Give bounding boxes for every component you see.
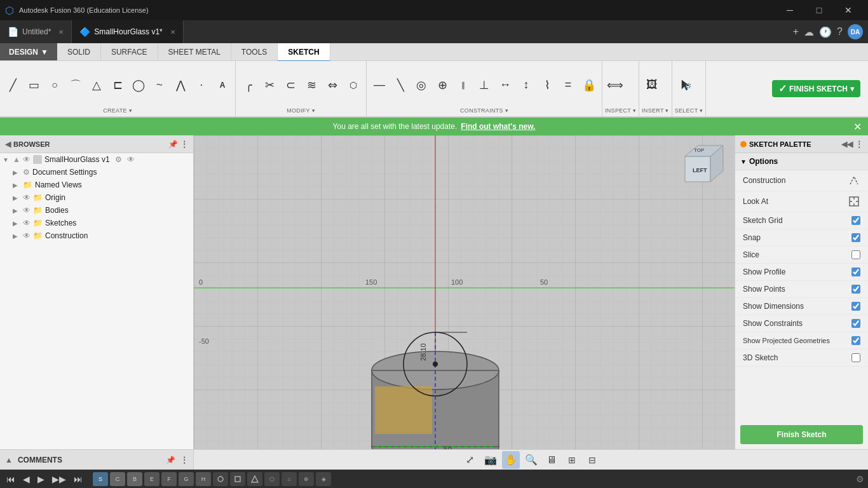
finish-sketch-ribbon-button[interactable]: ✓ FINISH SKETCH ▾ xyxy=(772,80,860,97)
tl-item-icon6[interactable]: ⊕ xyxy=(299,472,314,486)
tool-tangent[interactable]: ⌇ xyxy=(537,75,557,95)
comments-more-icon[interactable]: ⋮ xyxy=(180,456,188,464)
design-button[interactable]: DESIGN ▼ xyxy=(0,43,57,60)
tree-item-root[interactable]: ▼ ▲ 👁 SmallHourGlass v1 ⚙ 👁 xyxy=(0,153,193,166)
close-button[interactable]: ✕ xyxy=(834,0,863,20)
tool-arc[interactable]: ⌒ xyxy=(65,75,86,95)
browser-pin-icon[interactable]: 📌 xyxy=(168,140,178,149)
tree-eye-construction[interactable]: 👁 xyxy=(23,231,31,240)
navtab-sheetmetal[interactable]: SHEET METAL xyxy=(158,43,231,60)
tl-btn-prev[interactable]: ◀ xyxy=(20,473,32,485)
tool-circle[interactable]: ○ xyxy=(44,75,65,95)
tl-btn-last[interactable]: ⏭ xyxy=(71,473,85,485)
viewport[interactable]: 0 -50 150 100 50 28.10 xyxy=(194,135,735,449)
tool-rectangle[interactable]: ▭ xyxy=(24,75,44,95)
palette-options-header[interactable]: ▼ Options xyxy=(735,153,868,170)
tool-parallel[interactable]: ∥ xyxy=(453,75,473,95)
tl-item-icon2[interactable] xyxy=(230,472,245,486)
tool-fix[interactable]: 🔒 xyxy=(579,75,599,95)
add-tab-button[interactable]: + xyxy=(793,26,799,37)
tool-select[interactable] xyxy=(675,75,695,95)
tool-concentric[interactable]: ◎ xyxy=(411,75,431,95)
vp-tool-move[interactable]: ⤢ xyxy=(461,451,479,469)
tl-item-1[interactable]: S xyxy=(93,472,108,486)
tool-horizontal[interactable]: ↔ xyxy=(495,75,515,95)
palette-checkbox-show-dimensions[interactable] xyxy=(851,302,860,311)
tool-ellipse[interactable]: ◯ xyxy=(128,75,149,95)
tool-spline[interactable]: 〜 xyxy=(149,75,170,95)
palette-checkbox-slice[interactable] xyxy=(851,250,860,259)
vp-tool-camera[interactable]: 📷 xyxy=(482,451,499,469)
tl-item-4[interactable]: E xyxy=(144,472,159,486)
tl-item-5[interactable]: F xyxy=(161,472,177,486)
palette-checkbox-3d-sketch[interactable] xyxy=(851,353,860,362)
tl-btn-next[interactable]: ▶▶ xyxy=(50,473,69,485)
avatar[interactable]: DA xyxy=(848,24,863,39)
tree-item-sketches[interactable]: ▶ 👁 📁 Sketches xyxy=(0,217,193,229)
titlebar-controls[interactable]: ─ □ ✕ xyxy=(775,0,863,20)
tree-item-bodies[interactable]: ▶ 👁 📁 Bodies xyxy=(0,204,193,217)
tool-project[interactable]: ⬡ xyxy=(343,75,363,95)
tool-fillet[interactable]: ╭ xyxy=(238,75,259,95)
tool-vertical[interactable]: ↕ xyxy=(516,75,536,95)
tool-midpoint[interactable]: ⊕ xyxy=(432,75,452,95)
tree-item-construction[interactable]: ▶ 👁 📁 Construction xyxy=(0,229,193,242)
tl-item-3[interactable]: B xyxy=(127,472,142,486)
tab-close-smallhourglass[interactable]: ✕ xyxy=(170,29,175,36)
tool-offset[interactable]: ≋ xyxy=(301,75,322,95)
history-icon[interactable]: 🕐 xyxy=(819,26,832,38)
cloud-icon[interactable]: ☁ xyxy=(804,26,814,38)
palette-icon-look-at[interactable] xyxy=(848,195,860,208)
comments-section[interactable]: ▲ COMMENTS 📌 ⋮ xyxy=(0,450,194,470)
tool-line[interactable]: ╱ xyxy=(3,75,23,95)
palette-checkbox-show-points[interactable] xyxy=(851,285,860,294)
comments-collapse-icon[interactable]: ▲ xyxy=(5,456,13,464)
palette-checkbox-snap[interactable] xyxy=(851,233,860,242)
tree-eye-sketches[interactable]: 👁 xyxy=(23,219,31,227)
tree-item-doc-settings[interactable]: ▶ ⚙ Document Settings xyxy=(0,166,193,179)
navtab-surface[interactable]: SURFACE xyxy=(101,43,158,60)
minimize-button[interactable]: ─ xyxy=(775,0,804,20)
tl-item-2[interactable]: C xyxy=(110,472,125,486)
vp-tool-grid2[interactable]: ⊟ xyxy=(583,451,601,469)
finish-sketch-palette-button[interactable]: Finish Sketch xyxy=(740,425,863,444)
tree-eye2-root[interactable]: 👁 xyxy=(127,155,135,164)
tl-item-7[interactable]: H xyxy=(196,472,211,486)
tab-close-untitled[interactable]: ✕ xyxy=(58,29,64,36)
tl-item-icon5[interactable]: ⌂ xyxy=(281,472,297,486)
palette-expand-icon[interactable]: ⋮ xyxy=(855,140,863,149)
palette-collapse-icon[interactable]: ◀◀ xyxy=(841,140,853,149)
help-icon[interactable]: ? xyxy=(837,26,843,37)
tool-insert-image[interactable]: 🖼 xyxy=(642,75,662,95)
navtab-sketch[interactable]: SKETCH xyxy=(278,43,330,62)
palette-checkbox-sketch-grid[interactable] xyxy=(851,216,860,225)
tool-mirror[interactable]: ⇔ xyxy=(322,75,342,95)
navtab-tools[interactable]: TOOLS xyxy=(231,43,278,60)
comments-pin-icon[interactable]: 📌 xyxy=(166,456,175,464)
tab-untitled[interactable]: 📄 Untitled* ✕ xyxy=(0,20,72,43)
tree-item-origin[interactable]: ▶ 👁 📁 Origin xyxy=(0,191,193,204)
update-link[interactable]: Find out what's new. xyxy=(461,122,535,131)
tool-equal[interactable]: = xyxy=(558,75,578,95)
tool-trim[interactable]: ✂ xyxy=(259,75,280,95)
tl-item-icon7[interactable]: ◈ xyxy=(316,472,331,486)
tab-smallhourglass[interactable]: 🔷 SmallHourGlass v1* ✕ xyxy=(72,20,183,43)
palette-checkbox-show-projected[interactable] xyxy=(851,336,860,345)
vp-tool-grid1[interactable]: ⊞ xyxy=(563,451,581,469)
vp-tool-display[interactable]: 🖥 xyxy=(543,451,560,469)
tl-item-icon1[interactable] xyxy=(213,472,228,486)
tl-btn-play[interactable]: ▶ xyxy=(35,473,47,485)
navtab-solid[interactable]: SOLID xyxy=(57,43,101,60)
tool-perpendicular[interactable]: ⊥ xyxy=(474,75,494,95)
tool-measure[interactable]: ⟺ xyxy=(605,75,625,95)
tree-eye-bodies[interactable]: 👁 xyxy=(23,206,31,215)
palette-icon-construction[interactable] xyxy=(848,174,860,187)
tree-eye-origin[interactable]: 👁 xyxy=(23,193,31,202)
tool-collinear[interactable]: ╲ xyxy=(390,75,410,95)
tool-extend[interactable]: ⊂ xyxy=(280,75,301,95)
browser-expand-icon[interactable]: ⋮ xyxy=(180,140,188,149)
tl-item-icon3[interactable] xyxy=(247,472,262,486)
tool-conic[interactable]: ⋀ xyxy=(170,75,191,95)
palette-checkbox-show-profile[interactable] xyxy=(851,268,860,276)
vp-tool-pan[interactable]: ✋ xyxy=(502,451,520,469)
